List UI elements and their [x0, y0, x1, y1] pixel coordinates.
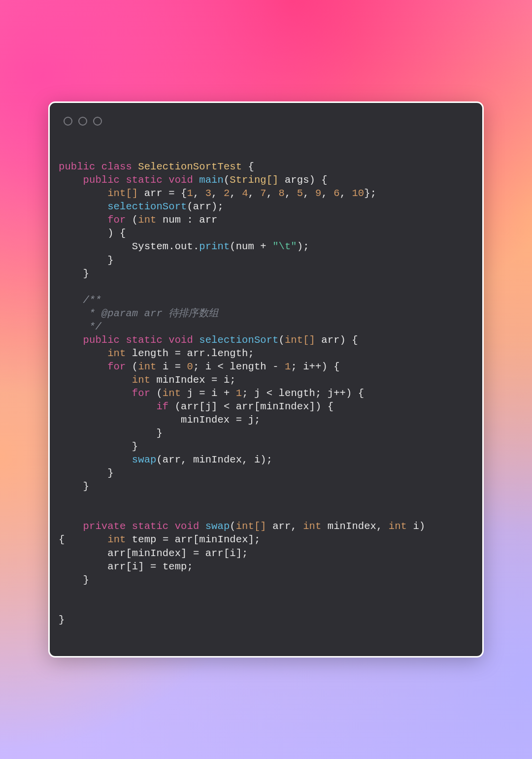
javadoc-open: /** [83, 295, 101, 306]
code-window: public class SelectionSortTest { public … [48, 101, 484, 658]
javadoc-desc: 待排序数组 [168, 308, 218, 319]
kw-public: public [59, 161, 95, 172]
fn-swap: swap [205, 521, 230, 532]
zoom-icon[interactable] [93, 117, 102, 126]
fn-selectionSort: selectionSort [199, 334, 278, 346]
class-name: SelectionSortTest [138, 161, 242, 172]
minimize-icon[interactable] [78, 117, 87, 126]
window-traffic-lights [64, 117, 470, 126]
code-block: public class SelectionSortTest { public … [59, 160, 470, 627]
fn-main: main [199, 174, 224, 186]
close-icon[interactable] [64, 117, 72, 126]
